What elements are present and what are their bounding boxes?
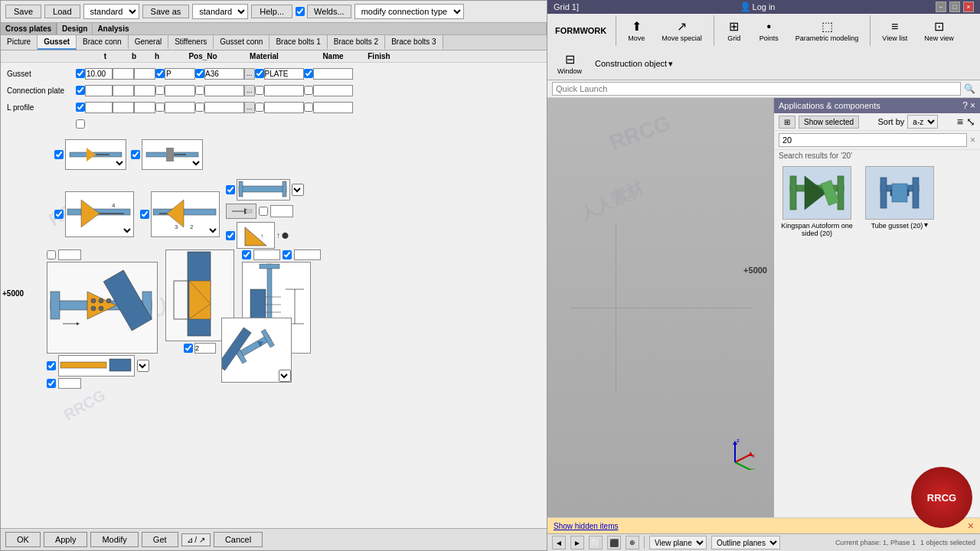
arrow-value-input[interactable] (270, 205, 293, 217)
l-profile-name-input[interactable] (264, 102, 304, 113)
apps-help-icon[interactable]: ? (962, 100, 968, 111)
app-card-2[interactable]: Tube gusset (20) ▾ (861, 166, 938, 237)
gusset-finish-checkbox[interactable] (304, 69, 313, 78)
get-button[interactable]: Get (142, 532, 178, 547)
list-view-icon[interactable]: ≡ (957, 116, 963, 128)
help-button[interactable]: Help... (251, 5, 292, 18)
l-profile-t-input[interactable] (85, 102, 113, 113)
save-as-button[interactable]: Save as (142, 5, 190, 18)
conn-plate-name-input[interactable] (264, 85, 304, 96)
diag-vert-checkbox[interactable] (184, 344, 193, 353)
assembly-checkbox1[interactable] (47, 250, 56, 259)
assembly-small-diagram[interactable] (58, 355, 135, 377)
conn-plate-b-input[interactable] (113, 85, 134, 96)
l-profile-b-input[interactable] (113, 102, 134, 113)
close-button[interactable]: × (963, 2, 974, 12)
measure-button[interactable]: ⊿ / ↗ (181, 533, 211, 546)
l-profile-name-checkbox[interactable] (255, 103, 264, 112)
assembly-small-dropdown[interactable] (137, 360, 149, 372)
conn-plate-finish-checkbox[interactable] (304, 86, 313, 95)
diag4-checkbox[interactable] (140, 210, 149, 219)
move-button[interactable]: ⬆ Move (621, 16, 652, 45)
ibeam-detail-input1[interactable] (253, 249, 280, 260)
diag2-dropdown[interactable] (190, 157, 202, 169)
l-profile-mat-checkbox[interactable] (195, 103, 204, 112)
modify-conn-select[interactable]: modify connection type (354, 4, 464, 19)
apply-button[interactable]: Apply (44, 532, 88, 547)
gusset-pos-checkbox[interactable] (155, 69, 165, 78)
restore-button[interactable]: □ (949, 2, 960, 12)
diagram-medium-2[interactable]: 2 3 (151, 191, 220, 237)
view-plane-select[interactable]: View plane (649, 536, 707, 549)
save-button[interactable]: Save (5, 5, 41, 18)
nav-down-button[interactable]: ⬛ (607, 536, 621, 549)
diagram-small-1[interactable] (65, 139, 126, 170)
load-button[interactable]: Load (44, 5, 80, 18)
tab-brace-conn[interactable]: Brace conn (77, 35, 129, 50)
ibeam-diag-dropdown[interactable] (279, 370, 291, 382)
ok-button[interactable]: OK (5, 532, 41, 547)
diag-vert-input[interactable] (194, 343, 216, 354)
points-button[interactable]: • Points (753, 17, 786, 45)
app-card-2-dropdown-icon[interactable]: ▾ (924, 220, 928, 229)
gusset-name-checkbox[interactable] (255, 69, 264, 78)
gusset-pos-input[interactable] (165, 68, 195, 80)
diag1-checkbox[interactable] (54, 150, 64, 159)
tab-brace-bolts1[interactable]: Brace bolts 1 (270, 35, 327, 50)
conn-plate-pos-input[interactable] (165, 85, 195, 96)
arrow-checkbox[interactable] (259, 207, 268, 216)
gusset-h-input[interactable] (134, 68, 155, 80)
diagram-angle[interactable]: ↑ (237, 222, 275, 249)
modify-button[interactable]: Modify (90, 532, 138, 547)
grid-view-button[interactable]: ⊞ (779, 116, 795, 129)
l-profile-enabled-checkbox[interactable] (76, 103, 85, 112)
move-special-button[interactable]: ↗ Move special (655, 16, 709, 45)
ibeam-detail-checkbox2[interactable] (283, 250, 292, 259)
l-profile-finish-checkbox[interactable] (304, 103, 313, 112)
l-profile-finish-input[interactable] (313, 102, 353, 113)
new-view-button[interactable]: ⊡ New view (917, 16, 961, 45)
gusset-enabled-checkbox[interactable] (76, 69, 85, 78)
gusset-name-input[interactable] (264, 68, 304, 80)
outline-planes-select[interactable]: Outline planes (711, 536, 780, 549)
standard-select[interactable]: standard (83, 4, 139, 19)
conn-plate-t-input[interactable] (85, 85, 113, 96)
quick-launch-search-icon[interactable]: 🔍 (964, 83, 975, 94)
diag5-checkbox[interactable] (226, 185, 235, 194)
save-as-select[interactable]: standard (192, 4, 248, 19)
cancel-button[interactable]: Cancel (214, 532, 263, 547)
conn-plate-mat-checkbox[interactable] (195, 86, 204, 95)
diag2-checkbox[interactable] (131, 150, 140, 159)
diagram-hbeam[interactable] (237, 179, 290, 201)
ibeam-detail-checkbox1[interactable] (242, 250, 251, 259)
nav-right-button[interactable]: ► (570, 536, 584, 549)
l-profile-h-input[interactable] (134, 102, 155, 113)
view-list-button[interactable]: ≡ View list (875, 17, 914, 45)
conn-plate-name-checkbox[interactable] (255, 86, 264, 95)
nav-up-button[interactable]: ⬜ (589, 536, 603, 549)
gusset-mat-browse-btn[interactable]: ... (244, 68, 255, 80)
tab-brace-bolts2[interactable]: Brace bolts 2 (328, 35, 385, 50)
minimize-button[interactable]: − (936, 2, 946, 12)
show-hidden-label[interactable]: Show hidden items (554, 522, 619, 530)
diag6-checkbox[interactable] (226, 231, 235, 240)
diag1-dropdown[interactable] (113, 157, 126, 169)
assembly-input3[interactable] (58, 378, 81, 389)
diag4-dropdown[interactable] (207, 224, 219, 236)
quick-launch-input[interactable] (552, 82, 961, 96)
snap-button[interactable]: ⊕ (626, 536, 639, 549)
diag5-dropdown[interactable] (292, 184, 304, 196)
show-selected-button[interactable]: Show selected (799, 116, 859, 129)
conn-plate-enabled-checkbox[interactable] (76, 86, 85, 95)
conn-plate-mat-browse-btn[interactable]: ... (244, 85, 255, 96)
ibeam-detail-input2[interactable] (294, 249, 321, 260)
apps-search-input[interactable] (779, 133, 967, 147)
apps-close-icon[interactable]: × (970, 100, 975, 111)
gusset-t-input[interactable] (85, 68, 113, 80)
diag3-dropdown[interactable] (121, 224, 133, 236)
expand-icon[interactable]: ⤡ (966, 116, 975, 128)
gusset-finish-input[interactable] (313, 68, 353, 80)
diagram-ibeam-diagonal[interactable] (221, 318, 292, 383)
arrow-control[interactable] (226, 204, 256, 219)
extra-checkbox1[interactable] (76, 119, 85, 129)
